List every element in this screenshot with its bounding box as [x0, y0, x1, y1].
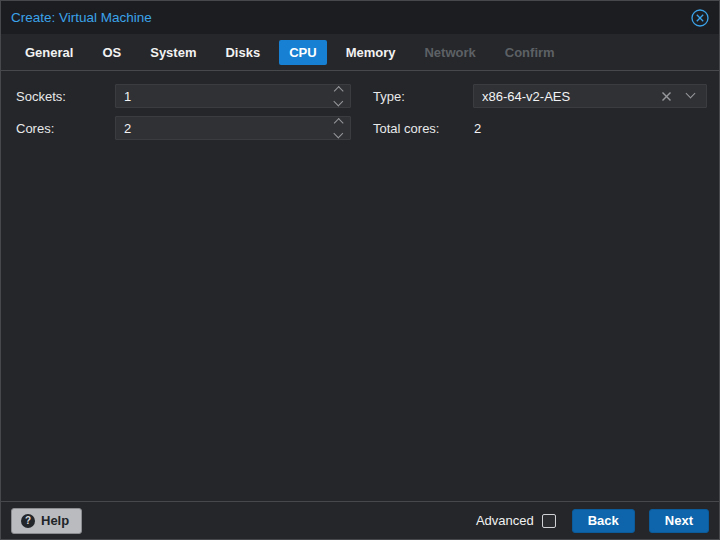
total-cores-value: 2: [473, 121, 481, 136]
tab-general[interactable]: General: [15, 40, 83, 65]
back-button-label: Back: [588, 513, 619, 528]
dialog-title: Create: Virtual Machine: [11, 10, 690, 25]
sockets-label: Sockets:: [16, 89, 115, 104]
cpu-type-combobox: [473, 84, 707, 108]
wizard-tabbar: General OS System Disks CPU Memory Netwo…: [1, 34, 719, 71]
tab-confirm: Confirm: [495, 40, 565, 65]
clear-button[interactable]: [656, 85, 676, 107]
help-button-label: Help: [41, 513, 69, 528]
sockets-spinner: [115, 84, 351, 108]
type-label: Type:: [373, 89, 473, 104]
chevron-up-icon: [333, 86, 343, 96]
dialog-footer: ? Help Advanced Back Next: [1, 501, 719, 539]
create-vm-dialog: Create: Virtual Machine General OS Syste…: [0, 0, 720, 540]
circle-x-icon: [690, 8, 710, 28]
tab-network: Network: [414, 40, 485, 65]
chevron-down-icon: [685, 88, 695, 98]
total-cores-group: Total cores: 2: [373, 121, 481, 136]
cores-spinner: [115, 116, 351, 140]
tab-system[interactable]: System: [140, 40, 206, 65]
form-row-sockets-type: Sockets: Type:: [16, 84, 719, 108]
sockets-spin-buttons[interactable]: [326, 85, 350, 107]
chevron-down-icon: [333, 96, 343, 106]
help-button[interactable]: ? Help: [11, 508, 82, 534]
tab-cpu[interactable]: CPU: [279, 40, 326, 65]
next-button-label: Next: [665, 513, 693, 528]
cores-input[interactable]: [116, 117, 350, 139]
x-icon: [661, 91, 672, 102]
advanced-checkbox[interactable]: [542, 514, 556, 528]
cores-label: Cores:: [16, 121, 115, 136]
chevron-down-icon: [333, 128, 343, 138]
type-group: Type:: [373, 84, 707, 108]
cpu-panel: Sockets: Type:: [1, 71, 719, 501]
tab-disks[interactable]: Disks: [215, 40, 270, 65]
cores-spin-buttons[interactable]: [326, 117, 350, 139]
tab-memory[interactable]: Memory: [336, 40, 406, 65]
dropdown-trigger[interactable]: [680, 85, 700, 107]
close-button[interactable]: [690, 8, 710, 28]
sockets-input[interactable]: [116, 85, 350, 107]
advanced-label: Advanced: [476, 513, 534, 528]
back-button[interactable]: Back: [572, 509, 635, 533]
chevron-up-icon: [333, 118, 343, 128]
dialog-titlebar: Create: Virtual Machine: [1, 1, 719, 34]
tab-os[interactable]: OS: [92, 40, 131, 65]
question-circle-icon: ?: [21, 514, 35, 528]
next-button[interactable]: Next: [649, 509, 709, 533]
total-cores-label: Total cores:: [373, 121, 473, 136]
form-row-cores-total: Cores: Total cores: 2: [16, 116, 719, 140]
